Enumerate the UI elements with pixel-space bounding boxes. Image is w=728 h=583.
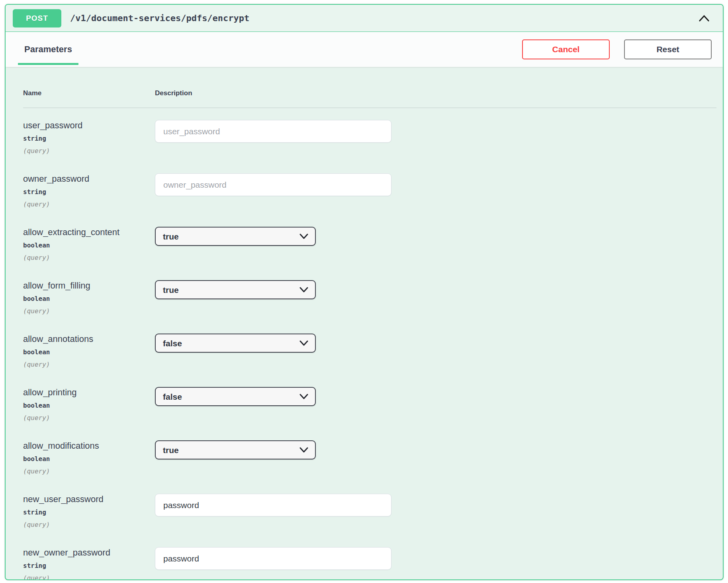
parameter-row: owner_password string (query)	[23, 173, 723, 208]
parameter-row: user_password string (query)	[23, 120, 723, 155]
parameter-row: allow_modifications boolean (query) true	[23, 440, 723, 475]
parameter-type: string	[23, 135, 155, 142]
header-buttons: Cancel Reset	[522, 39, 712, 59]
parameter-row: allow_extracting_content boolean (query)…	[23, 227, 723, 261]
parameter-name: owner_password	[23, 174, 155, 184]
allow_annotations-select-wrap: false	[155, 334, 316, 353]
parameters-section-header: Parameters Cancel Reset	[6, 32, 723, 67]
parameter-type: string	[23, 188, 155, 196]
parameter-type: string	[23, 508, 155, 516]
parameter-description-cell	[155, 494, 723, 528]
owner_password-input[interactable]	[155, 173, 391, 196]
parameter-location: (query)	[23, 307, 155, 315]
parameter-rows: user_password string (query) owner_passw…	[6, 108, 723, 580]
parameter-name: user_password	[23, 120, 155, 131]
parameter-name: new_user_password	[23, 494, 155, 504]
chevron-up-icon	[698, 14, 710, 22]
parameter-row: allow_form_filling boolean (query) true	[23, 280, 723, 315]
parameter-name: allow_printing	[23, 387, 155, 398]
column-header-description: Description	[155, 89, 716, 97]
parameter-location: (query)	[23, 147, 155, 155]
allow_modifications-select-wrap: true	[155, 440, 316, 459]
allow_extracting_content-select-wrap: true	[155, 227, 316, 246]
collapse-button[interactable]	[696, 12, 712, 25]
reset-button[interactable]: Reset	[624, 39, 712, 59]
parameter-location: (query)	[23, 254, 155, 261]
parameter-description-cell: true	[155, 280, 723, 315]
parameter-name-cell: user_password string (query)	[23, 120, 155, 155]
new_user_password-input[interactable]	[155, 494, 391, 516]
parameter-location: (query)	[23, 200, 155, 208]
parameter-location: (query)	[23, 467, 155, 475]
method-badge: POST	[13, 9, 61, 27]
parameter-name-cell: allow_printing boolean (query)	[23, 387, 155, 422]
parameter-name-cell: allow_form_filling boolean (query)	[23, 280, 155, 315]
parameter-name: allow_extracting_content	[23, 227, 155, 238]
new_owner_password-input[interactable]	[155, 547, 391, 570]
parameter-description-cell: false	[155, 387, 723, 422]
parameter-name-cell: allow_modifications boolean (query)	[23, 440, 155, 475]
tab-active-underline	[18, 63, 78, 65]
parameter-row: new_user_password string (query)	[23, 494, 723, 528]
parameter-type: boolean	[23, 241, 155, 249]
parameter-description-cell	[155, 173, 723, 208]
endpoint-header[interactable]: POST /v1/document-services/pdfs/encrypt	[6, 5, 723, 32]
parameter-location: (query)	[23, 574, 155, 580]
parameters-table: Name Description user_password string (q…	[6, 67, 723, 580]
table-header-row: Name Description	[6, 89, 723, 97]
parameter-name-cell: new_owner_password string (query)	[23, 547, 155, 580]
parameter-description-cell: true	[155, 440, 723, 475]
endpoint-path: /v1/document-services/pdfs/encrypt	[70, 13, 249, 23]
parameter-row: new_owner_password string (query)	[23, 547, 723, 580]
user_password-input[interactable]	[155, 120, 391, 143]
parameter-row: allow_printing boolean (query) false	[23, 387, 723, 422]
parameter-name-cell: owner_password string (query)	[23, 173, 155, 208]
parameter-description-cell	[155, 547, 723, 580]
parameter-location: (query)	[23, 521, 155, 528]
parameter-name: allow_form_filling	[23, 281, 155, 291]
parameter-name-cell: allow_annotations boolean (query)	[23, 334, 155, 368]
parameter-type: string	[23, 562, 155, 569]
parameter-name: allow_annotations	[23, 334, 155, 344]
parameter-location: (query)	[23, 414, 155, 422]
allow_printing-select-wrap: false	[155, 387, 316, 406]
operation-block: POST /v1/document-services/pdfs/encrypt …	[5, 4, 724, 580]
parameter-description-cell: true	[155, 227, 723, 261]
cancel-button[interactable]: Cancel	[522, 39, 610, 59]
tab-parameters[interactable]: Parameters	[18, 32, 78, 67]
parameter-type: boolean	[23, 455, 155, 463]
parameter-location: (query)	[23, 361, 155, 368]
parameter-description-cell: false	[155, 334, 723, 368]
column-header-name: Name	[23, 89, 155, 97]
allow_printing-select[interactable]: false	[155, 387, 316, 406]
parameter-name-cell: allow_extracting_content boolean (query)	[23, 227, 155, 261]
parameter-name: allow_modifications	[23, 441, 155, 451]
parameter-name: new_owner_password	[23, 548, 155, 558]
allow_form_filling-select[interactable]: true	[155, 280, 316, 299]
allow_modifications-select[interactable]: true	[155, 440, 316, 459]
parameter-type: boolean	[23, 295, 155, 302]
parameter-row: allow_annotations boolean (query) false	[23, 334, 723, 368]
parameter-name-cell: new_user_password string (query)	[23, 494, 155, 528]
allow_annotations-select[interactable]: false	[155, 334, 316, 353]
allow_extracting_content-select[interactable]: true	[155, 227, 316, 246]
allow_form_filling-select-wrap: true	[155, 280, 316, 299]
parameters-title: Parameters	[24, 44, 72, 55]
parameter-type: boolean	[23, 402, 155, 409]
parameter-description-cell	[155, 120, 723, 155]
parameter-type: boolean	[23, 348, 155, 356]
